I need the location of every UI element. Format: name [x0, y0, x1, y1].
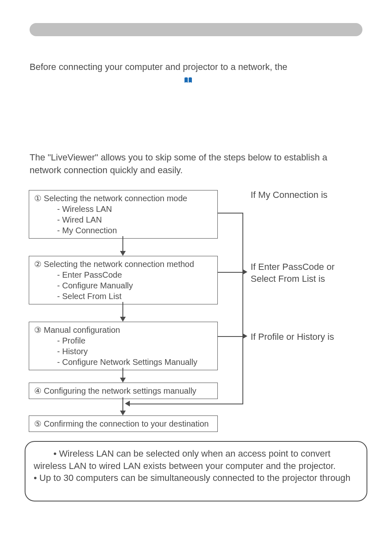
arrow-head-3-right — [242, 333, 247, 339]
flow-box-5: ⑤ Confirming the connection to your dest… — [29, 415, 218, 432]
arrow-head-2-3 — [120, 317, 126, 322]
connector-1-h — [218, 213, 243, 214]
box3-item1: - Profile — [34, 335, 212, 346]
box2-title: ② Selecting the network connection metho… — [34, 259, 212, 269]
connector-3-h — [218, 336, 243, 337]
side-label-1: If My Connection is — [251, 189, 327, 201]
box3-title: ③ Manual configuration — [34, 325, 212, 335]
arrow-head-back-left — [125, 401, 130, 406]
box1-item1: - Wireless LAN — [34, 204, 212, 214]
flow-box-1: ① Selecting the network connection mode … — [29, 190, 218, 239]
box5-title: ⑤ Confirming the connection to your dest… — [34, 418, 212, 429]
flow-box-2: ② Selecting the network connection metho… — [29, 256, 218, 304]
box1-item3: - My Connection — [34, 225, 212, 236]
flow-box-4: ④ Configuring the network settings manua… — [29, 383, 218, 399]
label3: If Profile or History is — [251, 332, 334, 342]
flow-box-3: ③ Manual configuration - Profile - Histo… — [29, 322, 218, 370]
intro-line1: Before connecting your computer and proj… — [30, 62, 287, 72]
arrow-head-1-2 — [120, 251, 126, 256]
connector-back-h — [129, 404, 243, 404]
box1-title: ① Selecting the network connection mode — [34, 193, 212, 204]
connector-2-h — [218, 272, 243, 273]
arrow-head-4-5 — [120, 411, 126, 415]
side-label-2: If Enter PassCode or Select From List is — [251, 261, 334, 285]
label2-line2: Select From List is — [251, 274, 325, 284]
intro-paragraph: Before connecting your computer and proj… — [30, 61, 362, 86]
section-line2: network connection quickly and easily. — [30, 165, 183, 175]
flowchart: ① Selecting the network connection mode … — [25, 185, 368, 424]
connector-main-v — [242, 213, 243, 404]
box2-item1: - Enter PassCode — [34, 269, 212, 280]
section-line1: The "LiveViewer" allows you to skip some… — [30, 152, 327, 162]
note-line3: • Up to 30 computers can be simultaneous… — [34, 472, 358, 484]
box3-item3: - Configure Network Settings Manually — [34, 357, 212, 367]
box1-item2: - Wired LAN — [34, 214, 212, 225]
book-icon — [184, 74, 192, 86]
label1: If My Connection is — [251, 190, 327, 200]
label2-line1: If Enter PassCode or — [251, 262, 334, 272]
note-line1: • Wireless LAN can be selected only when… — [34, 448, 358, 460]
arrow-head-2-right — [242, 269, 247, 275]
header-bar — [30, 23, 362, 36]
box3-item2: - History — [34, 346, 212, 357]
section-paragraph: The "LiveViewer" allows you to skip some… — [30, 151, 362, 177]
box2-item2: - Configure Manually — [34, 280, 212, 291]
note-line2: wireless LAN to wired LAN exists between… — [34, 460, 358, 472]
side-label-3: If Profile or History is — [251, 331, 334, 343]
box2-item3: - Select From List — [34, 291, 212, 302]
note-box: • Wireless LAN can be selected only when… — [25, 441, 367, 501]
box4-title: ④ Configuring the network settings manua… — [34, 385, 212, 396]
arrow-head-3-4 — [120, 378, 126, 383]
